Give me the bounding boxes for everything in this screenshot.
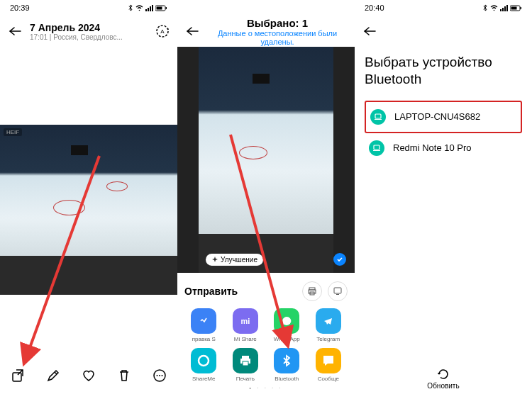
- svg-rect-2: [148, 8, 149, 11]
- svg-rect-35: [375, 114, 381, 118]
- status-bar: 20:40: [355, 0, 532, 16]
- header: [355, 16, 532, 47]
- print-button[interactable]: [302, 281, 322, 301]
- share-app-pr[interactable]: Печать: [226, 348, 265, 382]
- auto-button[interactable]: A: [155, 23, 170, 39]
- svg-rect-37: [374, 145, 379, 150]
- share-button[interactable]: [11, 368, 25, 383]
- refresh-button[interactable]: Обновить: [355, 361, 532, 394]
- svg-rect-26: [243, 361, 248, 366]
- share-preview: Улучшение: [177, 47, 355, 273]
- share-app-wa[interactable]: WhatsApp: [267, 308, 306, 342]
- refresh-icon: [437, 368, 450, 381]
- svg-rect-7: [166, 7, 167, 9]
- favorite-button[interactable]: [82, 368, 96, 383]
- share-app-label: Telegram: [316, 336, 340, 342]
- s-icon: [191, 308, 216, 334]
- share-app-sm[interactable]: ShareMe: [184, 348, 223, 382]
- status-time: 20:39: [10, 4, 30, 12]
- pane-bluetooth-picker: 20:40 Выбрать устройство Bluetooth LAPTO…: [355, 0, 532, 394]
- delete-button[interactable]: [117, 368, 131, 383]
- location-removed-link[interactable]: Данные о местоположении были удалены.: [207, 29, 348, 46]
- battery-icon: [155, 5, 167, 11]
- mi-icon: mi: [233, 308, 258, 334]
- svg-point-12: [157, 375, 158, 376]
- spacer: [0, 295, 177, 357]
- share-sheet: Отправить правка SmiMi ShareWhatsAppTele…: [177, 273, 355, 394]
- status-icons: [482, 4, 522, 11]
- back-button[interactable]: [7, 23, 23, 39]
- photo-preview[interactable]: HEIF: [0, 125, 177, 295]
- cast-button[interactable]: [328, 281, 348, 301]
- share-app-label: Mi Share: [234, 336, 257, 342]
- svg-rect-1: [145, 9, 147, 11]
- svg-rect-6: [157, 6, 162, 9]
- bluetooth-icon: [482, 4, 488, 11]
- svg-rect-4: [152, 5, 153, 11]
- share-app-mi[interactable]: miMi Share: [226, 308, 265, 342]
- bottom-toolbar: [0, 357, 177, 394]
- device-list: LAPTOP-CNU4S682Redmi Note 10 Pro: [365, 101, 522, 163]
- share-app-label: Bluetooth: [275, 376, 299, 382]
- wifi-icon: [135, 5, 143, 11]
- svg-text:A: A: [160, 28, 165, 35]
- share-app-s[interactable]: правка S: [184, 308, 223, 342]
- ms-icon: [316, 348, 341, 373]
- laptop-icon: [369, 140, 384, 156]
- laptop-icon: [370, 109, 386, 125]
- back-button[interactable]: [184, 23, 200, 39]
- bluetooth-icon: [128, 4, 133, 11]
- svg-rect-28: [500, 9, 501, 11]
- header: Выбрано: 1 Данные о местоположении были …: [177, 16, 355, 47]
- selection-count: Выбрано: 1: [207, 17, 348, 29]
- wifi-icon: [490, 5, 498, 11]
- header-center: Выбрано: 1 Данные о местоположении были …: [207, 17, 348, 46]
- svg-rect-36: [375, 119, 382, 120]
- pr-icon: [233, 348, 258, 373]
- svg-rect-3: [150, 6, 151, 11]
- share-app-label: Сообще: [318, 376, 339, 382]
- bt-icon: [274, 348, 299, 373]
- bluetooth-device[interactable]: LAPTOP-CNU4S682: [365, 101, 522, 133]
- status-time: 20:40: [365, 4, 384, 12]
- svg-rect-38: [373, 150, 380, 151]
- signal-icon: [500, 5, 508, 11]
- enhance-chip[interactable]: Улучшение: [206, 254, 263, 266]
- bluetooth-title: Выбрать устройство Bluetooth: [365, 54, 522, 88]
- svg-rect-33: [511, 6, 517, 9]
- title-block: 7 Апрель 2024 17:01 | Россия, Свердловс.…: [30, 22, 148, 41]
- back-button[interactable]: [362, 23, 377, 39]
- stands: [0, 256, 177, 295]
- send-label: Отправить: [184, 286, 238, 297]
- spacer: [0, 47, 177, 125]
- more-button[interactable]: [153, 368, 167, 383]
- heif-badge: HEIF: [4, 128, 22, 136]
- scoreboard: [253, 74, 270, 84]
- device-name: LAPTOP-CNU4S682: [394, 111, 480, 122]
- header: 7 Апрель 2024 17:01 | Россия, Свердловс.…: [0, 16, 177, 47]
- svg-point-27: [494, 9, 495, 11]
- svg-rect-19: [336, 294, 339, 295]
- share-app-bt[interactable]: Bluetooth: [267, 348, 306, 382]
- enhance-label: Улучшение: [221, 256, 257, 264]
- bluetooth-body: Выбрать устройство Bluetooth LAPTOP-CNU4…: [355, 47, 532, 361]
- share-app-label: Печать: [236, 376, 255, 382]
- pane-share-sheet: .. Выбрано: 1 Данные о местоположении бы…: [177, 0, 355, 394]
- status-icons: [128, 4, 167, 11]
- svg-rect-18: [334, 288, 341, 293]
- sm-icon: [191, 348, 216, 373]
- refresh-label: Обновить: [427, 382, 459, 390]
- photo-thumbnail[interactable]: Улучшение: [199, 47, 333, 273]
- share-app-tg[interactable]: Telegram: [309, 308, 348, 342]
- bluetooth-device[interactable]: Redmi Note 10 Pro: [365, 133, 522, 163]
- wa-icon: [274, 308, 299, 334]
- svg-rect-29: [502, 8, 504, 11]
- share-header: Отправить: [184, 281, 348, 301]
- page-dots: • · · · ·: [184, 385, 348, 391]
- selected-check[interactable]: [333, 253, 346, 266]
- edit-button[interactable]: [46, 368, 60, 383]
- svg-rect-31: [506, 5, 508, 11]
- share-app-label: ShareMe: [192, 376, 215, 382]
- share-app-ms[interactable]: Сообще: [309, 348, 348, 382]
- location-subtitle: 17:01 | Россия, Свердловс...: [30, 33, 148, 41]
